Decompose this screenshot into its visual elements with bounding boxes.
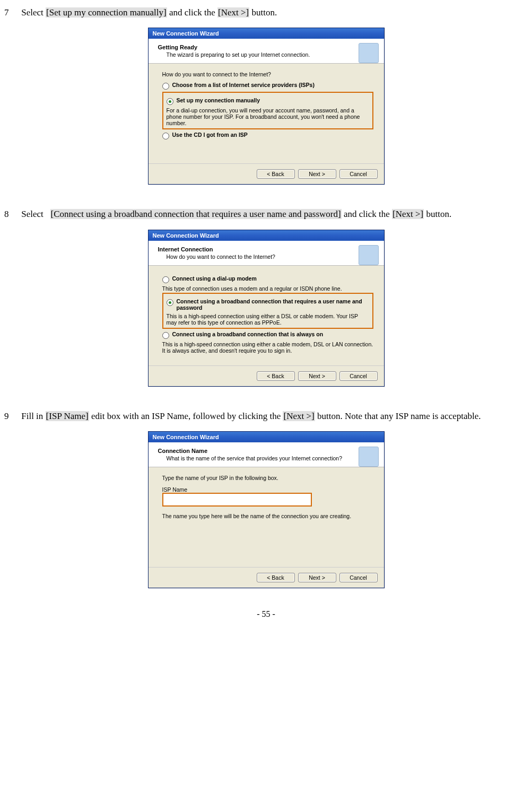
- wizard-step8: New Connection Wizard Internet Connectio…: [148, 230, 385, 387]
- selected-option-highlight: Connect using a broadband connection tha…: [162, 293, 373, 329]
- wizard-heading: Internet Connection: [158, 246, 377, 252]
- back-button[interactable]: < Back: [257, 573, 295, 582]
- wizard-step7: New Connection Wizard Getting Ready The …: [148, 28, 385, 185]
- radio-option-isp-list[interactable]: Choose from a list of Internet service p…: [162, 82, 373, 90]
- back-button[interactable]: < Back: [257, 169, 295, 179]
- option-description: This type of connection uses a modem and…: [162, 285, 373, 292]
- radio-icon-selected: [167, 98, 173, 105]
- wizard-subheading: The wizard is preparing to set up your I…: [167, 51, 377, 58]
- cancel-button[interactable]: Cancel: [339, 371, 378, 381]
- radio-icon: [162, 133, 169, 139]
- next-button[interactable]: Next >: [298, 573, 336, 582]
- radio-icon: [162, 276, 169, 283]
- isp-note: The name you type here will be the name …: [162, 513, 373, 519]
- titlebar: New Connection Wizard: [149, 28, 384, 39]
- step-8-instruction: 8 Select [Connect using a broadband conn…: [4, 206, 528, 223]
- next-button[interactable]: Next >: [298, 169, 336, 179]
- cancel-button[interactable]: Cancel: [339, 169, 378, 179]
- wizard-heading: Getting Ready: [158, 44, 377, 50]
- radio-option-broadband-always[interactable]: Connect using a broadband connection tha…: [162, 331, 373, 339]
- wizard-step9: New Connection Wizard Connection Name Wh…: [148, 431, 385, 588]
- radio-icon-selected: [167, 299, 173, 306]
- radio-option-broadband-userpw[interactable]: Connect using a broadband connection tha…: [167, 298, 369, 311]
- wizard-header-icon: [359, 43, 379, 63]
- radio-icon: [162, 83, 169, 90]
- radio-icon: [162, 332, 169, 339]
- radio-option-manual[interactable]: Set up my connection manually: [167, 97, 369, 105]
- wizard-header-icon: [359, 245, 379, 265]
- option-description: This is a high-speed connection using ei…: [167, 313, 369, 326]
- wizard-question: How do you want to connect to the Intern…: [162, 71, 373, 77]
- titlebar: New Connection Wizard: [149, 432, 384, 442]
- radio-option-dialup[interactable]: Connect using a dial-up modem: [162, 275, 373, 283]
- back-button[interactable]: < Back: [257, 371, 295, 381]
- wizard-subheading: What is the name of the service that pro…: [167, 455, 377, 461]
- wizard-header: Getting Ready The wizard is preparing to…: [149, 39, 384, 64]
- wizard-header: Connection Name What is the name of the …: [149, 442, 384, 467]
- option-description: For a dial-up connection, you will need …: [167, 107, 369, 126]
- titlebar: New Connection Wizard: [149, 230, 384, 241]
- cancel-button[interactable]: Cancel: [339, 573, 378, 582]
- isp-prompt: Type the name of your ISP in the followi…: [162, 475, 373, 481]
- step-7-instruction: 7 Select [Set up my connection manually]…: [4, 4, 528, 21]
- step-9-instruction: 9 Fill in [ISP Name] edit box with an IS…: [4, 408, 528, 425]
- radio-option-cd[interactable]: Use the CD I got from an ISP: [162, 132, 373, 139]
- next-button[interactable]: Next >: [298, 371, 336, 381]
- wizard-heading: Connection Name: [158, 448, 377, 454]
- wizard-subheading: How do you want to connect to the Intern…: [167, 254, 377, 260]
- wizard-header: Internet Connection How do you want to c…: [149, 241, 384, 266]
- option-description: This is a high-speed connection using ei…: [162, 341, 373, 354]
- isp-name-input[interactable]: [162, 493, 312, 507]
- selected-option-highlight: Set up my connection manually For a dial…: [162, 92, 373, 129]
- wizard-header-icon: [359, 447, 379, 467]
- isp-name-label: ISP Name: [162, 486, 373, 493]
- page-number: - 55 -: [4, 609, 528, 619]
